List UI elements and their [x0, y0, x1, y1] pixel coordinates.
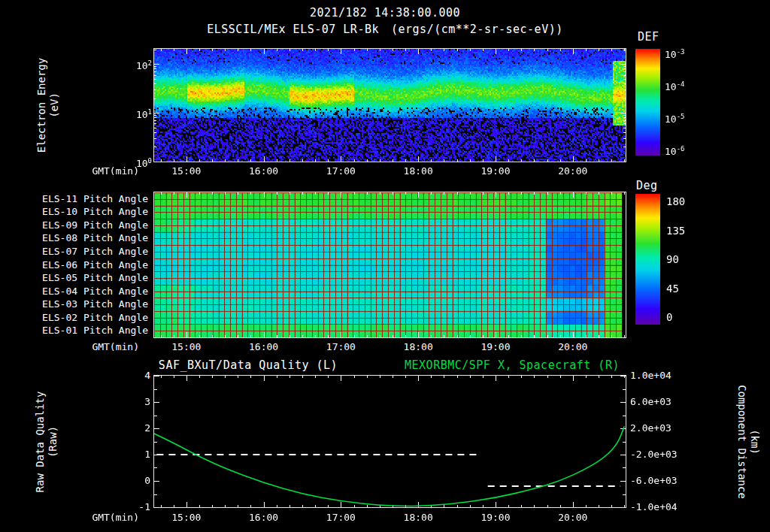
def-colorbar-tick-label: 10-5: [665, 110, 685, 125]
def-colorbar-tick-label: 10-6: [665, 143, 685, 158]
time-tick-label: 20:00: [550, 512, 596, 524]
time-tick-label: 15:00: [164, 165, 209, 177]
time-tick-label: 18:00: [396, 165, 441, 177]
pitch-row-label: ELS-04 Pitch Angle: [0, 286, 148, 298]
distance-tick-label: 1.0e+04: [630, 370, 671, 382]
energy-axis-label-line1: Electron Energy: [35, 58, 48, 153]
deg-colorbar-tick-label: 90: [666, 253, 679, 265]
distance-tick-label: 6.0e+03: [630, 396, 671, 408]
spectrogram-units: (ergs/(cm**2-sr-sec-eV)): [391, 23, 563, 36]
time-tick-label: 19:00: [473, 341, 518, 353]
time-tick-label: 19:00: [473, 512, 518, 524]
quality-tick-label: 4: [119, 370, 150, 382]
def-colorbar-tick-label: 10-3: [665, 46, 685, 61]
quality-axis-label-line2: (Raw): [47, 426, 59, 458]
distance-axis-label: Component Distance (km): [735, 367, 761, 517]
distance-tick-label: -1.0e+04: [630, 501, 678, 513]
energy-axis-label: Electron Energy (eV): [35, 41, 61, 169]
deg-colorbar-tick-label: 180: [666, 195, 685, 207]
time-tick-label: 16:00: [241, 165, 286, 177]
def-colorbar-tick-label: 10-4: [665, 78, 685, 93]
quality-tick-label: 0: [119, 475, 150, 487]
time-tick-label: 15:00: [164, 512, 209, 524]
distance-tick-label: -2.0e+03: [630, 449, 678, 461]
deg-colorbar-title: Deg: [636, 179, 658, 192]
pitch-row-label: ELS-07 Pitch Angle: [0, 246, 148, 258]
time-tick-label: 18:00: [396, 512, 441, 524]
time-tick-label: 19:00: [473, 165, 518, 177]
pitch-row-label: ELS-11 Pitch Angle: [0, 193, 148, 205]
quality-plot-title: SAF_BXuT/Data Quality (L): [154, 358, 342, 372]
time-tick-label: 20:00: [550, 165, 596, 177]
deg-colorbar-tick-label: 0: [666, 311, 672, 323]
distance-axis-label-line1: Component Distance: [735, 385, 748, 499]
pitch-xaxis-label: GMT(min): [69, 341, 139, 353]
spectrogram-canvas: [154, 49, 626, 162]
spectrogram-xaxis-label: GMT(min): [69, 165, 139, 177]
energy-tick-label: 101: [117, 106, 152, 121]
time-tick-label: 17:00: [318, 165, 363, 177]
deg-colorbar-tick-label: 45: [666, 283, 679, 295]
header-datetime: 2021/182 14:38:00.000: [0, 6, 770, 20]
pitch-row-label: ELS-06 Pitch Angle: [0, 259, 148, 271]
energy-tick-label: 102: [117, 57, 152, 72]
deg-colorbar-tick-label: 135: [666, 225, 685, 237]
def-colorbar-title: DEF: [638, 30, 659, 44]
time-tick-label: 15:00: [164, 341, 209, 353]
pitch-row-label: ELS-05 Pitch Angle: [0, 272, 148, 284]
els-data-display: 2021/182 14:38:00.000 ELSSCIL/MEx ELS-07…: [0, 0, 770, 532]
energy-axis-label-line2: (eV): [48, 92, 61, 118]
distance-axis-label-line2: (km): [748, 429, 761, 455]
time-tick-label: 16:00: [241, 341, 286, 353]
line-xaxis-label: GMT(min): [69, 512, 139, 524]
pitch-row-label: ELS-01 Pitch Angle: [0, 325, 148, 337]
time-tick-label: 17:00: [318, 341, 363, 353]
quality-axis-label: Raw Data Quality (Raw): [34, 378, 59, 506]
distance-tick-label: 2.0e+03: [630, 422, 671, 434]
pitch-row-label: ELS-09 Pitch Angle: [0, 219, 148, 231]
pitch-row-label: ELS-03 Pitch Angle: [0, 298, 148, 310]
deg-colorbar: [635, 194, 660, 325]
spectrogram-title: ELSSCIL/MEx ELS-07 LR-Bk: [207, 23, 379, 36]
pitch-row-label: ELS-02 Pitch Angle: [0, 312, 148, 324]
time-tick-label: 17:00: [318, 512, 363, 524]
quality-tick-label: 3: [119, 396, 150, 408]
pitch-angle-plot: [154, 192, 626, 337]
pitch-row-label: ELS-10 Pitch Angle: [0, 206, 148, 218]
quality-tick-label: 1: [119, 449, 150, 461]
spectrogram-plot: [154, 49, 626, 162]
time-tick-label: 16:00: [241, 512, 286, 524]
pitch-angle-canvas: [154, 192, 626, 337]
def-colorbar: [635, 49, 660, 156]
time-tick-label: 18:00: [396, 341, 441, 353]
line-plot-canvas: [154, 376, 626, 507]
time-tick-label: 20:00: [550, 341, 596, 353]
distance-tick-label: -6.0e+03: [630, 475, 678, 487]
pitch-row-label: ELS-08 Pitch Angle: [0, 232, 148, 244]
spacecraft-plot-title: MEXORBMC/SPF X, Spacecraft (R): [399, 358, 626, 372]
line-plot: [154, 376, 626, 507]
quality-axis-label-line1: Raw Data Quality: [34, 391, 47, 493]
quality-tick-label: 2: [119, 422, 150, 434]
